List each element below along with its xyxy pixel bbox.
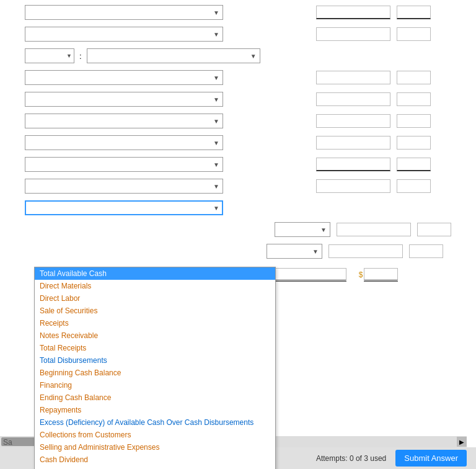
page-container: { "dropdowns": { "items": [ {"id": "dd1"… — [0, 0, 476, 469]
input-dollar-left[interactable] — [272, 268, 346, 282]
dropdown-5[interactable] — [25, 92, 223, 107]
input-9b[interactable] — [397, 179, 431, 193]
dropdown-wrapper-9[interactable] — [25, 179, 223, 194]
dollar-sign-right: $ — [359, 270, 363, 279]
main-content: : — [0, 0, 476, 292]
dropdown-wrapper-7[interactable] — [25, 135, 223, 150]
dropdown-list-overlay: Total Available Cash Direct Materials Di… — [34, 267, 276, 469]
dropdown-item-selling-admin[interactable]: Selling and Administrative Expenses — [35, 441, 275, 453]
dropdown-item-direct-labor[interactable]: Direct Labor — [35, 292, 275, 305]
dropdown-item-total-disbursements[interactable]: Total Disbursements — [35, 354, 275, 367]
row-12 — [25, 242, 451, 261]
dropdown-item-sale-of-securities[interactable]: Sale of Securities — [35, 305, 275, 317]
dropdown-item-collections[interactable]: Collections from Customers — [35, 429, 275, 441]
input-6b[interactable] — [397, 114, 431, 128]
dropdown-item-receipts[interactable]: Receipts — [35, 317, 275, 329]
dropdown-11a[interactable] — [275, 222, 330, 237]
dropdown-wrapper-6[interactable] — [25, 114, 223, 128]
submit-answer-button[interactable]: Submit Answer — [395, 450, 467, 467]
dropdown-item-financing[interactable]: Financing — [35, 379, 275, 391]
dropdown-2[interactable] — [25, 27, 223, 42]
input-11b[interactable] — [417, 223, 451, 236]
row-1 — [25, 3, 451, 22]
dropdown-item-beginning-cash-balance[interactable]: Beginning Cash Balance — [35, 367, 275, 379]
dropdown-8[interactable] — [25, 157, 223, 172]
input-12[interactable] — [328, 244, 403, 258]
dropdown-wrapper-12a[interactable] — [267, 244, 322, 259]
input-7b[interactable] — [397, 136, 431, 150]
dropdown-12a[interactable] — [267, 244, 322, 259]
row-7 — [25, 133, 451, 152]
dropdown-small-wrapper-3[interactable] — [25, 48, 74, 63]
row-2 — [25, 25, 451, 43]
input-7a[interactable] — [316, 136, 390, 150]
input-9a[interactable] — [316, 179, 390, 193]
row-8 — [25, 155, 451, 174]
row-11 — [25, 220, 451, 239]
dropdown-item-total-receipts[interactable]: Total Receipts — [35, 342, 275, 354]
input-2b[interactable] — [397, 27, 431, 41]
input-5a[interactable] — [316, 92, 390, 106]
row-9 — [25, 177, 451, 195]
dropdown-wrapper-1[interactable] — [25, 5, 223, 20]
dropdown-item-ending-cash-balance[interactable]: Ending Cash Balance — [35, 391, 275, 404]
dropdown-item-total-available-cash[interactable]: Total Available Cash — [35, 267, 275, 280]
dropdown-item-cash-dividend[interactable]: Cash Dividend — [35, 453, 275, 466]
input-11[interactable] — [337, 223, 411, 236]
dropdown-7[interactable] — [25, 135, 223, 150]
input-4b[interactable] — [397, 71, 431, 84]
dropdown-4[interactable] — [25, 70, 223, 85]
dropdown-6[interactable] — [25, 114, 223, 128]
input-8a[interactable] — [316, 158, 390, 171]
input-4a[interactable] — [316, 71, 390, 84]
bottom-left-label: Sa — [3, 438, 12, 447]
dropdown-10-active[interactable] — [25, 200, 223, 215]
scrollbar-right-arrow[interactable]: ▶ — [457, 437, 467, 447]
row-3: : — [25, 47, 451, 65]
input-2a[interactable] — [316, 27, 390, 41]
dropdown-wrapper-10[interactable] — [25, 200, 223, 215]
colon-separator: : — [79, 51, 82, 61]
dropdown-wrapper-4[interactable] — [25, 70, 223, 85]
row-5 — [25, 90, 451, 109]
input-1b[interactable] — [397, 6, 431, 19]
dropdown-9[interactable] — [25, 179, 223, 194]
dropdown-wrapper-3b[interactable] — [87, 48, 260, 63]
dropdown-item-disbursements[interactable]: Disbursements — [35, 466, 275, 469]
dropdown-wrapper-5[interactable] — [25, 92, 223, 107]
dropdown-wrapper-8[interactable] — [25, 157, 223, 172]
input-dollar-right[interactable] — [364, 268, 398, 282]
row-4 — [25, 68, 451, 87]
input-12b[interactable] — [409, 244, 443, 258]
dropdown-wrapper-11a[interactable] — [275, 222, 330, 237]
dropdown-item-repayments[interactable]: Repayments — [35, 404, 275, 416]
input-1a[interactable] — [316, 6, 390, 19]
row-10-active — [25, 199, 451, 217]
dropdown-1[interactable] — [25, 5, 223, 20]
dropdown-3b[interactable] — [87, 48, 260, 63]
dropdown-small-3[interactable] — [25, 48, 74, 63]
input-5b[interactable] — [397, 92, 431, 106]
dropdown-wrapper-2[interactable] — [25, 27, 223, 42]
input-6a[interactable] — [316, 114, 390, 128]
dropdown-item-direct-materials[interactable]: Direct Materials — [35, 280, 275, 292]
input-8b[interactable] — [397, 158, 431, 171]
row-6 — [25, 112, 451, 130]
attempts-text: Attempts: 0 of 3 used — [316, 454, 386, 463]
dropdown-item-excess-deficiency[interactable]: Excess (Deficiency) of Available Cash Ov… — [35, 416, 275, 429]
dropdown-item-notes-receivable[interactable]: Notes Receivable — [35, 329, 275, 342]
